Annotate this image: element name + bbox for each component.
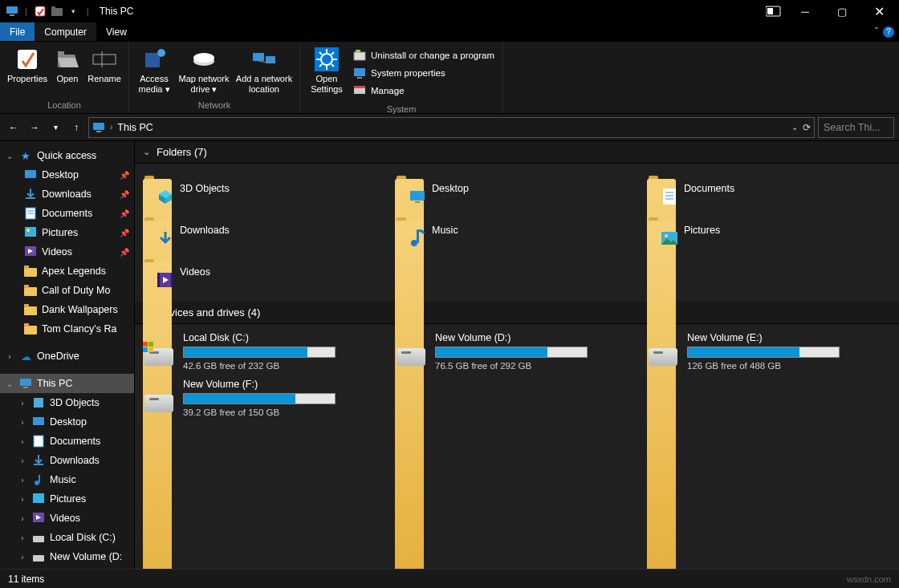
tree-item[interactable]: ›Pictures <box>0 489 134 509</box>
tree-item[interactable]: Tom Clancy's Ra <box>0 319 134 339</box>
qat-properties-icon[interactable] <box>33 4 47 18</box>
drive-item[interactable]: New Volume (F:) 39.2 GB free of 150 GB <box>143 379 387 417</box>
svg-point-76 <box>411 240 417 246</box>
navigation-tree[interactable]: ⌄ ★ Quick access Desktop📌Downloads📌Docum… <box>0 141 135 588</box>
expand-icon[interactable]: › <box>18 514 27 523</box>
access-media-button[interactable]: Access media ▾ <box>134 45 174 94</box>
drive-icon <box>647 342 679 366</box>
svg-point-15 <box>193 53 214 63</box>
group-label-location: Location <box>0 99 128 113</box>
expand-icon[interactable]: › <box>18 553 27 562</box>
tree-item[interactable]: ›Local Disk (C:) <box>0 528 134 547</box>
recent-locations-button[interactable]: ▾ <box>47 118 64 137</box>
chevron-down-icon: ⌄ <box>143 147 150 157</box>
tab-file[interactable]: File <box>0 22 35 41</box>
collapse-icon[interactable]: ⌄ <box>5 379 14 388</box>
tree-item[interactable]: ›Downloads <box>0 451 134 470</box>
collapse-icon: ˆ <box>875 26 878 38</box>
addr-dropdown-icon[interactable]: ⌄ <box>791 123 798 132</box>
tab-computer[interactable]: Computer <box>35 22 96 41</box>
expand-icon[interactable]: › <box>18 418 27 427</box>
tree-item[interactable]: ›Desktop <box>0 412 134 432</box>
group-header-drives[interactable]: ⌄ Devices and drives (4) <box>135 302 899 324</box>
ribbon: Properties Open Rename Location Access m… <box>0 42 899 114</box>
svg-rect-35 <box>93 123 104 130</box>
qat-dropdown-icon[interactable]: ▾ <box>67 4 81 18</box>
add-network-location-button[interactable]: Add a network location <box>234 45 295 94</box>
help-icon[interactable]: ? <box>883 26 894 38</box>
expand-icon[interactable]: › <box>18 456 27 465</box>
tree-item[interactable]: Desktop📌 <box>0 165 134 185</box>
tabletmode-icon[interactable] <box>766 6 782 17</box>
tab-view[interactable]: View <box>96 22 136 41</box>
folder-item[interactable]: Desktop <box>395 170 639 207</box>
tree-item[interactable]: Apex Legends <box>0 262 134 281</box>
folder-item[interactable]: Downloads <box>143 212 387 249</box>
expand-icon[interactable]: › <box>18 437 27 446</box>
properties-button[interactable]: Properties <box>5 45 50 84</box>
system-properties-button[interactable]: System properties <box>350 64 498 82</box>
drive-item[interactable]: New Volume (E:) 126 GB free of 488 GB <box>647 332 891 371</box>
search-input[interactable]: Search Thi... <box>818 117 894 138</box>
item-icon <box>24 265 37 278</box>
drive-item[interactable]: New Volume (D:) 76.5 GB free of 292 GB <box>395 332 639 371</box>
tree-item[interactable]: Call of Duty Mo <box>0 281 134 300</box>
svg-rect-51 <box>24 304 29 307</box>
refresh-button[interactable]: ⟳ <box>803 122 811 133</box>
open-settings-button[interactable]: Open Settings <box>305 45 348 94</box>
open-button[interactable]: Open <box>51 45 83 84</box>
expand-icon[interactable]: › <box>18 476 27 485</box>
folder-item[interactable]: Documents <box>647 170 891 207</box>
folder-item[interactable]: Videos <box>143 253 387 290</box>
back-button[interactable]: ← <box>5 118 22 137</box>
tree-onedrive[interactable]: › ☁ OneDrive <box>0 347 134 366</box>
rename-button[interactable]: Rename <box>85 45 124 84</box>
map-network-drive-button[interactable]: Map network drive ▾ <box>176 45 232 94</box>
title-bar: | ▾ | This PC ─ ▢ ✕ <box>0 0 899 22</box>
forward-button[interactable]: → <box>26 118 43 137</box>
tree-item[interactable]: ›Videos <box>0 509 134 528</box>
window-title: This PC <box>100 6 134 17</box>
tree-item[interactable]: ›Documents <box>0 432 134 451</box>
folder-item[interactable]: Pictures <box>647 212 891 249</box>
tree-item[interactable]: Documents📌 <box>0 204 134 223</box>
svg-rect-36 <box>96 131 101 132</box>
manage-button[interactable]: Manage <box>350 82 498 99</box>
ribbon-collapse[interactable]: ˆ ? <box>870 22 899 41</box>
tree-item[interactable]: Pictures📌 <box>0 223 134 242</box>
tree-item[interactable]: Videos📌 <box>0 242 134 262</box>
tree-item[interactable]: ›Music <box>0 470 134 489</box>
expand-icon[interactable]: › <box>18 399 27 408</box>
quick-access-toolbar: | ▾ | This PC <box>2 4 133 18</box>
expand-icon[interactable]: › <box>18 533 27 542</box>
content-pane[interactable]: ⌄ Folders (7) 3D Objects Desktop Documen… <box>135 141 899 588</box>
svg-rect-61 <box>39 475 40 483</box>
maximize-button[interactable]: ▢ <box>824 0 860 22</box>
folder-item[interactable]: Music <box>395 212 639 249</box>
addr-chevron-icon[interactable]: › <box>110 123 112 132</box>
expand-icon[interactable]: › <box>5 352 14 361</box>
tree-thispc[interactable]: ⌄ This PC <box>0 374 134 393</box>
group-header-folders[interactable]: ⌄ Folders (7) <box>135 141 899 164</box>
item-icon <box>24 245 37 258</box>
up-button[interactable]: ↑ <box>67 118 85 137</box>
address-bar[interactable]: › This PC ⌄ ⟳ <box>88 117 815 138</box>
drive-item[interactable]: Local Disk (C:) 42.6 GB free of 232 GB <box>143 332 387 371</box>
status-bar: 11 items wsxdn.com <box>0 569 899 588</box>
folder-item[interactable]: 3D Objects <box>143 170 387 207</box>
breadcrumb[interactable]: This PC <box>117 122 153 133</box>
tree-quick-access[interactable]: ⌄ ★ Quick access <box>0 146 134 165</box>
expand-icon[interactable]: › <box>18 495 27 504</box>
qat-newfolder-icon[interactable] <box>50 4 64 18</box>
tree-item[interactable]: ›New Volume (D: <box>0 547 134 566</box>
collapse-icon[interactable]: ⌄ <box>5 152 14 160</box>
close-button[interactable]: ✕ <box>860 0 897 22</box>
tree-item[interactable]: ›3D Objects <box>0 393 134 412</box>
uninstall-program-button[interactable]: Uninstall or change a program <box>350 47 498 64</box>
tree-item[interactable]: Dank Wallpapers <box>0 300 134 319</box>
pin-icon: 📌 <box>120 190 129 199</box>
svg-rect-42 <box>25 227 36 237</box>
tree-item[interactable]: Downloads📌 <box>0 185 134 204</box>
folder-icon <box>143 174 172 203</box>
minimize-button[interactable]: ─ <box>787 0 824 22</box>
